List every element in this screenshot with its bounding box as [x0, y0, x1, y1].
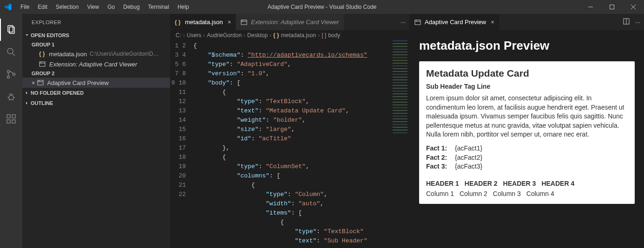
close-icon[interactable]: ×: [491, 19, 494, 26]
open-editor-label: Extension: Adaptive Card Viewer: [49, 61, 137, 68]
svg-rect-1: [8, 26, 13, 32]
menu-bar: File Edit Selection View Go Debug Termin…: [17, 2, 193, 12]
column-header: HEADER 3: [503, 180, 536, 187]
menu-terminal[interactable]: Terminal: [145, 2, 173, 12]
json-file-icon: { }: [175, 19, 182, 26]
close-icon[interactable]: ×: [228, 19, 231, 26]
menu-debug[interactable]: Debug: [119, 2, 143, 12]
fact-row: Fact 2:{acFact2}: [426, 153, 628, 163]
column-header: HEADER 1: [426, 180, 459, 187]
column-header: HEADER 4: [541, 180, 574, 187]
json-file-icon: { }: [273, 32, 279, 39]
svg-rect-14: [241, 20, 247, 25]
breadcrumb-body[interactable]: body: [328, 32, 340, 39]
svg-point-3: [7, 48, 13, 54]
open-editors-section[interactable]: OPEN EDITORS: [22, 30, 170, 40]
breadcrumb-file[interactable]: metadata.json: [281, 32, 316, 39]
tab-adaptive-preview[interactable]: Adaptive Card Preview ×: [410, 14, 499, 30]
tab-label: Adaptive Card Preview: [425, 19, 486, 26]
debug-activity-icon[interactable]: [0, 85, 22, 108]
source-control-activity-icon[interactable]: [0, 63, 22, 85]
search-activity-icon[interactable]: [0, 41, 22, 63]
breadcrumb-desktop[interactable]: Desktop: [247, 32, 268, 39]
open-editors-label: OPEN EDITORS: [31, 33, 69, 38]
svg-rect-12: [39, 62, 45, 66]
open-editor-adaptive-preview[interactable]: × Adaptive Card Preview: [22, 78, 170, 88]
group-2-label: GROUP 2: [22, 69, 170, 78]
outline-section[interactable]: OUTLINE: [22, 98, 170, 108]
svg-point-4: [7, 71, 10, 73]
breadcrumbs[interactable]: C:› Users› AudrieGordon› Desktop› { } me…: [170, 30, 409, 40]
chevron-right-icon: [24, 100, 30, 106]
column-cell: Column 1: [426, 190, 454, 197]
svg-rect-13: [38, 80, 43, 85]
minimap[interactable]: [391, 40, 409, 248]
svg-rect-2: [9, 27, 14, 33]
menu-help[interactable]: Help: [174, 2, 193, 12]
group-1-label: GROUP 1: [22, 40, 170, 49]
open-editor-metadata-json[interactable]: { } metadata.json C:\Users\AudrieGordon\…: [22, 49, 170, 59]
preview-editor-group: Adaptive Card Preview × ··· metadata.jso…: [410, 14, 644, 248]
preview-tabbar: Adaptive Card Preview × ···: [410, 14, 644, 30]
outline-label: OUTLINE: [31, 100, 53, 106]
array-icon: [ ]: [322, 32, 326, 39]
code-area[interactable]: 1 2 3 4 5 6 7 8 9 10 11 12 13 14 15 16 1…: [170, 40, 409, 248]
open-editor-label: metadata.json: [49, 51, 87, 58]
preview-icon: [241, 19, 248, 26]
explorer-sidebar: EXPLORER OPEN EDITORS GROUP 1 { } metada…: [22, 14, 170, 248]
code-editor-group: { } metadata.json × Extension: Adaptive …: [170, 14, 410, 248]
breadcrumb-c[interactable]: C:: [176, 32, 181, 39]
menu-view[interactable]: View: [83, 2, 103, 12]
split-editor-icon[interactable]: [623, 18, 630, 26]
fact-row: Fact 3:{acFact3}: [426, 162, 628, 171]
menu-selection[interactable]: Selection: [52, 2, 82, 12]
tab-extension-viewer[interactable]: Extension: Adaptive Card Viewer: [236, 14, 344, 30]
minimize-button[interactable]: [580, 0, 601, 14]
fact-value: {acFact1}: [455, 144, 482, 153]
vscode-logo-icon: [4, 3, 12, 11]
titlebar: File Edit Selection View Go Debug Termin…: [0, 0, 644, 14]
fact-label: Fact 1:: [426, 144, 450, 153]
card-body-text: Lorem ipsum dolor sit amet, consectetur …: [426, 94, 628, 139]
no-folder-section[interactable]: NO FOLDER OPENED: [22, 88, 170, 98]
preview-heading: metadata.json Preview: [419, 39, 635, 53]
menu-file[interactable]: File: [17, 2, 33, 12]
no-folder-label: NO FOLDER OPENED: [31, 90, 84, 96]
tab-label: metadata.json: [185, 19, 223, 26]
close-window-button[interactable]: [623, 0, 644, 14]
breadcrumb-ag[interactable]: AudrieGordon: [207, 32, 242, 39]
column-cell: Column 4: [526, 190, 554, 197]
svg-rect-15: [415, 20, 421, 25]
more-actions-icon[interactable]: ···: [401, 19, 406, 26]
menu-edit[interactable]: Edit: [34, 2, 51, 12]
open-editor-extension-viewer[interactable]: Extension: Adaptive Card Viewer: [22, 59, 170, 69]
preview-icon: [414, 19, 422, 26]
extensions-activity-icon[interactable]: [0, 108, 22, 130]
column-cell: Column 2: [460, 190, 487, 197]
more-actions-icon[interactable]: ···: [635, 19, 640, 26]
fact-value: {acFact2}: [455, 153, 482, 163]
explorer-header: EXPLORER: [22, 14, 170, 30]
json-file-icon: { }: [39, 50, 46, 58]
code-tabbar: { } metadata.json × Extension: Adaptive …: [170, 14, 409, 30]
preview-icon: [39, 60, 46, 68]
tab-label: Extension: Adaptive Card Viewer: [251, 19, 339, 26]
card-title: Metadata Update Card: [426, 68, 628, 79]
svg-rect-0: [610, 5, 614, 9]
menu-go[interactable]: Go: [104, 2, 118, 12]
tab-metadata-json[interactable]: { } metadata.json ×: [170, 14, 236, 30]
fact-row: Fact 1:{acFact1}: [426, 144, 628, 153]
maximize-button[interactable]: [601, 0, 623, 14]
adaptive-card: Metadata Update Card Sub Header Tag Line…: [419, 61, 635, 204]
line-gutter: 1 2 3 4 5 6 7 8 9 10 11 12 13 14 15 16 1…: [170, 40, 193, 248]
close-icon[interactable]: ×: [32, 79, 35, 86]
open-editor-label: Adaptive Card Preview: [47, 79, 109, 86]
explorer-activity-icon[interactable]: [0, 19, 22, 41]
column-cell: Column 3: [493, 190, 521, 197]
breadcrumb-users[interactable]: Users: [187, 32, 201, 39]
window-title: Adaptive Card Preview - Visual Studio Co…: [268, 4, 377, 10]
code-text[interactable]: { "$schema": "http://adaptivecards.io/sc…: [193, 40, 391, 248]
column-row: Column 1Column 2Column 3Column 4: [426, 190, 628, 197]
svg-point-5: [7, 76, 10, 78]
card-subheader: Sub Header Tag Line: [426, 83, 628, 90]
